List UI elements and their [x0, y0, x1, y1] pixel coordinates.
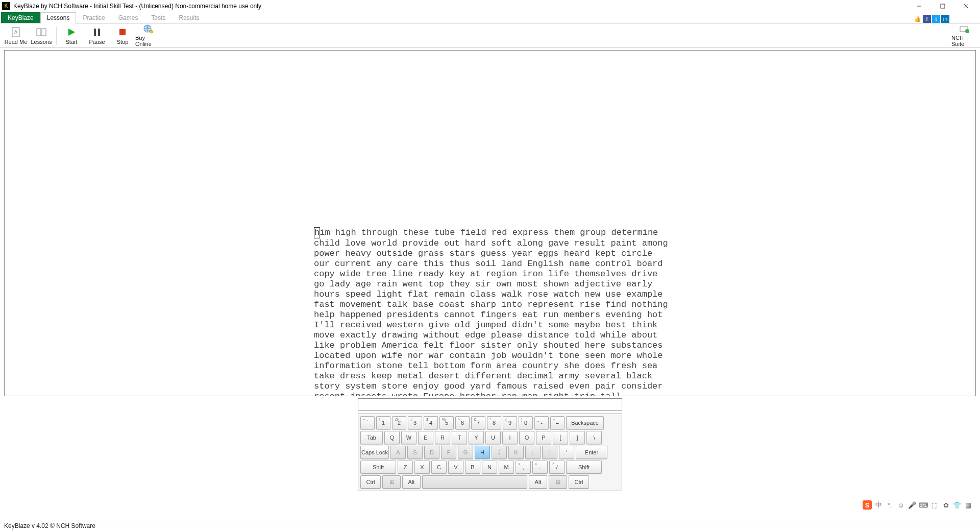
twitter-icon[interactable]: t	[932, 15, 940, 23]
svg-marker-8	[68, 29, 75, 36]
key-: +=	[550, 416, 565, 429]
status-bar: KeyBlaze v 4.02 © NCH Software	[0, 520, 980, 531]
stop-icon	[117, 27, 128, 38]
title-bar: K KeyBlaze by NCH Software - Initial Ski…	[0, 0, 980, 12]
key-: ;	[542, 446, 557, 459]
key-1: !1	[376, 416, 390, 429]
buy-label: Buy Online	[135, 35, 161, 47]
linkedin-icon[interactable]: in	[941, 15, 949, 23]
key-: ⊞	[549, 475, 567, 489]
key-e: E	[418, 431, 433, 444]
minimize-button[interactable]	[908, 0, 931, 12]
key-d: D	[424, 446, 439, 459]
lessons-button[interactable]: Lessons	[29, 25, 54, 47]
facebook-icon[interactable]: f	[923, 15, 931, 23]
nch-suite-button[interactable]: NCH Suite	[951, 25, 977, 47]
key-: \	[586, 431, 602, 444]
key-: [	[553, 431, 568, 444]
key-0: )0	[519, 416, 533, 429]
svg-rect-10	[98, 29, 100, 36]
key-capslock: Caps Lock	[360, 446, 389, 459]
key-n: N	[482, 461, 497, 474]
help-icon[interactable]: ?	[960, 15, 968, 23]
key-shift: Shift	[360, 461, 396, 474]
tab-tests[interactable]: Tests	[144, 12, 172, 23]
key-ctrl: Ctrl	[569, 475, 589, 489]
ime-logo-icon[interactable]: S	[863, 500, 872, 510]
key-u: U	[485, 431, 501, 444]
pause-button[interactable]: Pause	[84, 25, 110, 47]
key-r: R	[435, 431, 450, 444]
key-: '	[559, 446, 574, 459]
key-: _-	[534, 416, 549, 429]
share-dropdown-icon[interactable]: ▾	[950, 15, 959, 23]
ime-lang-icon[interactable]: 中	[874, 500, 883, 510]
svg-rect-6	[37, 29, 41, 36]
tab-lessons[interactable]: Lessons	[40, 12, 77, 23]
key-h: H	[475, 446, 490, 459]
key-m: M	[499, 461, 514, 474]
lesson-text-panel: him high through these tube field red ex…	[4, 50, 976, 396]
buy-online-button[interactable]: Buy Online	[135, 25, 161, 47]
ime-emoji-icon[interactable]: ☺	[896, 500, 905, 510]
key-: <,	[516, 461, 531, 474]
key-f: F	[441, 446, 456, 459]
key-alt: Alt	[529, 475, 547, 489]
start-button[interactable]: Start	[59, 25, 84, 47]
tab-practice[interactable]: Practice	[76, 12, 111, 23]
svg-point-13	[150, 30, 153, 33]
ime-tool-icon[interactable]: ✿	[941, 500, 950, 510]
window-title: KeyBlaze by NCH Software - Initial Skill…	[13, 3, 261, 10]
key-k: K	[508, 446, 524, 459]
svg-rect-11	[119, 29, 126, 35]
pause-label: Pause	[89, 39, 105, 45]
tab-bar: KeyBlaze Lessons Practice Games Tests Re…	[0, 12, 980, 23]
key-o: O	[519, 431, 534, 444]
key-: ~`	[360, 416, 375, 429]
readme-button[interactable]: A Read Me	[3, 25, 29, 47]
toolbar-separator	[56, 27, 57, 45]
play-icon	[66, 27, 77, 38]
key-y: Y	[469, 431, 484, 444]
ime-punct-icon[interactable]: °,	[885, 500, 894, 510]
lesson-text: him high through these tube field red ex…	[314, 227, 671, 396]
readme-label: Read Me	[5, 39, 28, 45]
key-6: ^6	[455, 416, 470, 429]
key-v: V	[448, 461, 463, 474]
key-b: B	[465, 461, 480, 474]
ime-skin-icon[interactable]: ⬚	[930, 500, 939, 510]
key-3: #3	[408, 416, 422, 429]
like-icon[interactable]: 👍	[914, 15, 922, 23]
start-label: Start	[65, 39, 77, 45]
key-	[422, 475, 527, 489]
key-: ?/	[549, 461, 565, 474]
typing-input[interactable]	[358, 398, 622, 411]
tab-results[interactable]: Results	[172, 12, 206, 23]
key-p: P	[536, 431, 551, 444]
status-text: KeyBlaze v 4.02 © NCH Software	[4, 522, 95, 529]
tab-keyblaze[interactable]: KeyBlaze	[1, 12, 40, 23]
maximize-button[interactable]	[931, 0, 954, 12]
key-7: &7	[471, 416, 485, 429]
key-a: A	[390, 446, 406, 459]
pause-icon	[91, 27, 103, 38]
key-t: T	[452, 431, 467, 444]
virtual-keyboard: ~`!1@2#3$4%5^6&7*8(9)0_-+=Backspace TabQ…	[358, 414, 622, 491]
key-backspace: Backspace	[566, 416, 604, 429]
ime-toolbar[interactable]: S 中 °, ☺ 🎤 ⌨ ⬚ ✿ 👕 ▦	[863, 500, 973, 510]
help-dropdown-icon[interactable]: ▾	[969, 15, 977, 23]
tab-games[interactable]: Games	[112, 12, 145, 23]
svg-point-15	[965, 29, 969, 33]
lessons-icon	[36, 27, 47, 38]
ime-settings-icon[interactable]: ▦	[964, 500, 973, 510]
ime-keyboard-icon[interactable]: ⌨	[919, 500, 928, 510]
stop-button[interactable]: Stop	[110, 25, 135, 47]
key-z: Z	[398, 461, 413, 474]
key-5: %5	[439, 416, 454, 429]
ime-voice-icon[interactable]: 🎤	[908, 500, 917, 510]
key-: ⊞	[382, 475, 401, 489]
ime-person-icon[interactable]: 👕	[952, 500, 962, 510]
close-button[interactable]	[954, 0, 978, 12]
nch-suite-label: NCH Suite	[951, 35, 977, 47]
toolbar: A Read Me Lessons Start Pause Stop Buy O…	[0, 23, 980, 48]
